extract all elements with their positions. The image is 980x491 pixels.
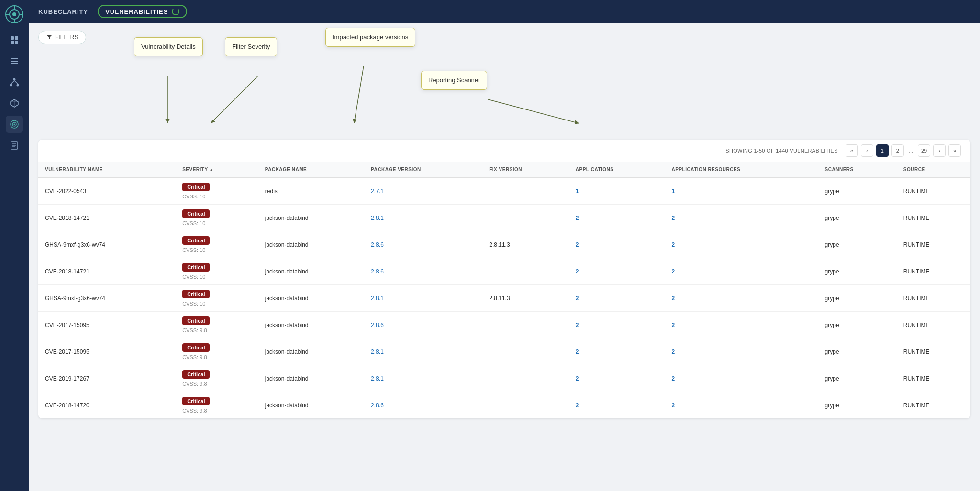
cell-applications[interactable]: 2 (569, 392, 665, 419)
svg-rect-7 (11, 36, 14, 40)
pag-page-1[interactable]: 1 (876, 144, 889, 157)
cell-pkg-name: jackson-databind (258, 231, 364, 258)
col-app-resources[interactable]: APPLICATION RESOURCES (665, 162, 818, 177)
col-pkg-version[interactable]: PACKAGE VERSION (364, 162, 482, 177)
svg-line-29 (211, 76, 258, 123)
svg-point-16 (17, 84, 19, 87)
svg-line-30 (354, 66, 364, 123)
cell-vuln-name: CVE-2018-14721 (38, 258, 176, 285)
app-logo[interactable] (5, 5, 24, 24)
sidebar-item-dashboard[interactable] (6, 32, 23, 49)
cell-source: RUNTIME (897, 205, 970, 231)
cell-source: RUNTIME (897, 392, 970, 419)
table-row[interactable]: GHSA-9mxf-g3x6-wv74 Critical CVSS: 10 ja… (38, 285, 970, 312)
cell-source: RUNTIME (897, 231, 970, 258)
table-row[interactable]: CVE-2019-17267 Critical CVSS: 9.8 jackso… (38, 365, 970, 392)
svg-rect-9 (11, 41, 14, 44)
cell-pkg-version: 2.8.1 (364, 338, 482, 365)
pagination-row: SHOWING 1-50 OF 1440 VULNERABILITIES « ‹… (38, 140, 970, 162)
cell-app-resources[interactable]: 2 (665, 285, 818, 312)
callout-reporting-scanner: Reporting Scanner (421, 71, 487, 90)
table-row[interactable]: GHSA-9mxf-g3x6-wv74 Critical CVSS: 10 ja… (38, 231, 970, 258)
cell-fix-version: 2.8.11.3 (482, 285, 569, 312)
cell-fix-version (482, 365, 569, 392)
cell-applications[interactable]: 2 (569, 285, 665, 312)
cell-scanners: grype (818, 205, 897, 231)
col-applications[interactable]: APPLICATIONS (569, 162, 665, 177)
svg-point-15 (10, 84, 12, 87)
table-row[interactable]: CVE-2018-14720 Critical CVSS: 9.8 jackso… (38, 392, 970, 419)
cell-pkg-version: 2.7.1 (364, 177, 482, 205)
svg-point-2 (12, 12, 16, 16)
cell-pkg-name: jackson-databind (258, 338, 364, 365)
refresh-icon[interactable] (172, 8, 179, 15)
cell-vuln-name: CVE-2018-14721 (38, 205, 176, 231)
cell-pkg-version: 2.8.1 (364, 365, 482, 392)
main-area: KUBECLARITY VULNERABILITIES FILTERS Vuln… (29, 0, 980, 491)
col-pkg-name[interactable]: PACKAGE NAME (258, 162, 364, 177)
cell-pkg-version: 2.8.6 (364, 392, 482, 419)
cell-pkg-name: redis (258, 177, 364, 205)
svg-rect-13 (11, 63, 18, 64)
pag-page-29[interactable]: 29 (918, 144, 930, 157)
sidebar (0, 0, 29, 491)
sidebar-item-packages[interactable] (6, 95, 23, 112)
cell-applications[interactable]: 2 (569, 312, 665, 338)
sidebar-item-topology[interactable] (6, 74, 23, 91)
cell-severity: Critical CVSS: 10 (176, 205, 258, 231)
cell-app-resources[interactable]: 2 (665, 338, 818, 365)
cell-applications[interactable]: 2 (569, 338, 665, 365)
sidebar-item-list[interactable] (6, 53, 23, 70)
vulnerabilities-table: VULNERABILITY NAME SEVERITY PACKAGE NAME… (38, 162, 970, 418)
cell-scanners: grype (818, 392, 897, 419)
cell-app-resources[interactable]: 2 (665, 205, 818, 231)
cell-app-resources[interactable]: 2 (665, 392, 818, 419)
cell-severity: Critical CVSS: 10 (176, 177, 258, 205)
pag-next-btn[interactable]: › (933, 144, 946, 157)
cell-fix-version: 2.8.11.3 (482, 231, 569, 258)
cell-applications[interactable]: 1 (569, 177, 665, 205)
pag-page-2[interactable]: 2 (891, 144, 904, 157)
cell-app-resources[interactable]: 2 (665, 231, 818, 258)
cell-severity: Critical CVSS: 10 (176, 258, 258, 285)
col-source[interactable]: SOURCE (897, 162, 970, 177)
cell-source: RUNTIME (897, 258, 970, 285)
cell-app-resources[interactable]: 2 (665, 312, 818, 338)
cell-app-resources[interactable]: 2 (665, 365, 818, 392)
filters-button[interactable]: FILTERS (38, 31, 86, 44)
pag-first-btn[interactable]: « (846, 144, 858, 157)
content-area: FILTERS Vulnerability Details Filter Sev… (29, 23, 980, 491)
svg-rect-11 (11, 58, 18, 59)
cell-vuln-name: CVE-2018-14720 (38, 392, 176, 419)
table-row[interactable]: CVE-2017-15095 Critical CVSS: 9.8 jackso… (38, 312, 970, 338)
pag-prev-btn[interactable]: ‹ (861, 144, 873, 157)
cell-applications[interactable]: 2 (569, 365, 665, 392)
cell-applications[interactable]: 2 (569, 205, 665, 231)
vulnerabilities-table-card: SHOWING 1-50 OF 1440 VULNERABILITIES « ‹… (38, 140, 970, 418)
cell-scanners: grype (818, 338, 897, 365)
cell-app-resources[interactable]: 1 (665, 177, 818, 205)
pag-last-btn[interactable]: » (948, 144, 961, 157)
col-scanners[interactable]: SCANNERS (818, 162, 897, 177)
col-severity[interactable]: SEVERITY (176, 162, 258, 177)
cell-pkg-name: jackson-databind (258, 392, 364, 419)
cell-applications[interactable]: 2 (569, 258, 665, 285)
vulnerabilities-nav[interactable]: VULNERABILITIES (98, 5, 187, 18)
table-row[interactable]: CVE-2018-14721 Critical CVSS: 10 jackson… (38, 258, 970, 285)
table-row[interactable]: CVE-2022-0543 Critical CVSS: 10 redis 2.… (38, 177, 970, 205)
pagination-info: SHOWING 1-50 OF 1440 VULNERABILITIES (725, 148, 838, 153)
table-row[interactable]: CVE-2018-14721 Critical CVSS: 10 jackson… (38, 205, 970, 231)
cell-source: RUNTIME (897, 177, 970, 205)
svg-line-17 (11, 81, 14, 84)
sidebar-item-reports[interactable] (6, 137, 23, 154)
cell-app-resources[interactable]: 2 (665, 258, 818, 285)
topnav: KUBECLARITY VULNERABILITIES (29, 0, 980, 23)
cell-source: RUNTIME (897, 312, 970, 338)
sidebar-item-vulnerabilities[interactable] (6, 116, 23, 133)
cell-applications[interactable]: 2 (569, 231, 665, 258)
cell-pkg-name: jackson-databind (258, 205, 364, 231)
cell-pkg-version: 2.8.1 (364, 285, 482, 312)
table-row[interactable]: CVE-2017-15095 Critical CVSS: 9.8 jackso… (38, 338, 970, 365)
col-vuln-name[interactable]: VULNERABILITY NAME (38, 162, 176, 177)
col-fix-version[interactable]: FIX VERSION (482, 162, 569, 177)
